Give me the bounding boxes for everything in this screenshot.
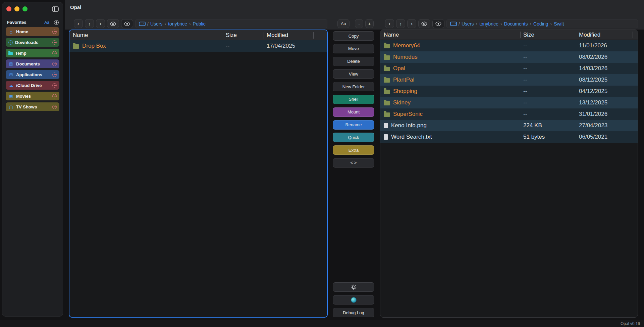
sidebar-item[interactable]: iCloud Drive [6, 81, 59, 90]
left-preview-toggle-button[interactable] [121, 19, 133, 28]
remove-favorite-icon[interactable] [52, 105, 57, 109]
increase-font-button[interactable]: + [365, 19, 374, 28]
remove-favorite-icon[interactable] [52, 40, 57, 45]
sidebar-item[interactable]: Temp [6, 49, 59, 57]
file-name: Shopping [393, 88, 417, 95]
sidebar-item-icon [8, 52, 13, 55]
command-button[interactable]: Copy [333, 31, 374, 41]
file-name: Word Search.txt [391, 134, 432, 140]
file-row[interactable]: Sidney -- 13/12/2025 [380, 97, 638, 108]
sidebar-item-label: Documents [16, 61, 50, 66]
font-size-button[interactable]: Aa [337, 19, 350, 28]
command-button[interactable]: Delete [333, 57, 374, 66]
sidebar-item[interactable]: Downloads [6, 38, 59, 47]
chevron-right-icon [411, 21, 413, 27]
decrease-font-button[interactable]: - [355, 19, 363, 28]
remove-favorite-icon[interactable] [52, 94, 57, 98]
sidebar-toggle-button[interactable] [52, 6, 59, 12]
right-forward-button[interactable] [407, 19, 416, 28]
file-row[interactable]: Word Search.txt 51 bytes 06/05/2021 [380, 131, 638, 143]
file-name-cell: Memory64 [380, 42, 521, 49]
left-forward-button[interactable] [96, 19, 105, 28]
close-button[interactable] [6, 6, 11, 11]
command-button[interactable]: View [333, 69, 374, 79]
breadcrumb-link[interactable]: tonybrice [479, 21, 498, 27]
app-version: Opal v0.16 [621, 321, 640, 326]
file-name-cell: PlantPal [380, 77, 521, 83]
command-button[interactable]: Shell [333, 95, 374, 104]
sidebar-item-icon [8, 83, 14, 88]
file-row[interactable]: Memory64 -- 11/01/2026 [380, 40, 638, 51]
sidebar-item[interactable]: Home [6, 27, 59, 36]
file-row[interactable]: Numodus -- 08/02/2026 [380, 51, 638, 63]
remove-favorite-icon[interactable] [52, 30, 57, 34]
remove-favorite-icon[interactable] [52, 83, 57, 88]
command-button[interactable]: Move [333, 44, 374, 53]
sidebar-font-size-button[interactable]: Aa [44, 20, 49, 25]
remove-favorite-icon[interactable] [52, 62, 57, 66]
breadcrumb-link[interactable]: Swift [554, 21, 564, 27]
left-up-button[interactable] [85, 19, 94, 28]
remove-favorite-icon[interactable] [52, 73, 57, 77]
disk-icon[interactable] [139, 21, 146, 26]
file-row[interactable]: SuperSonic -- 31/01/2026 [380, 108, 638, 120]
sidebar-item-icon [8, 29, 14, 35]
breadcrumb-link[interactable]: Users [150, 21, 163, 27]
file-row[interactable]: Opal -- 14/03/2026 [380, 63, 638, 74]
column-header-size[interactable]: Size [223, 32, 264, 39]
file-size: 224 KB [521, 122, 576, 129]
breadcrumb-link[interactable]: tonybrice [168, 21, 187, 27]
status-bar: Opal v0.16 [0, 320, 644, 327]
sidebar-item[interactable]: Documents [6, 59, 59, 68]
favorites-list: Home Downloads Temp Documents [6, 27, 59, 113]
sidebar-item-icon [8, 40, 13, 45]
file-row[interactable]: Shopping -- 04/12/2025 [380, 86, 638, 97]
column-header-size[interactable]: Size [521, 32, 576, 38]
column-header-name[interactable]: Name [380, 32, 521, 38]
left-file-list: Drop Box -- 17/04/2025 [69, 40, 327, 52]
command-button[interactable]: New Folder [333, 82, 374, 91]
settings-button[interactable] [333, 282, 374, 292]
favorites-header: Favorites Aa [7, 20, 59, 25]
breadcrumb-link[interactable]: Documents [504, 21, 528, 27]
disk-icon[interactable] [450, 21, 457, 26]
minimize-button[interactable] [14, 6, 19, 11]
right-file-pane: Name Size Modified Memory64 -- 11/01/202… [380, 30, 638, 318]
sidebar-item-icon [8, 104, 14, 109]
command-button[interactable]: Mount [333, 107, 374, 117]
file-size: -- [521, 88, 576, 95]
command-button[interactable]: Quick [333, 133, 374, 142]
breadcrumb-root[interactable]: / [147, 21, 149, 27]
chevron-separator-icon [476, 21, 477, 27]
remove-favorite-icon[interactable] [52, 51, 57, 55]
file-name-cell: Shopping [380, 88, 521, 95]
sidebar-item[interactable]: Applications [6, 70, 59, 79]
left-show-hidden-button[interactable] [107, 19, 119, 28]
right-preview-toggle-button[interactable] [432, 19, 444, 28]
right-back-button[interactable] [385, 19, 394, 28]
app-icon-button[interactable] [333, 295, 374, 305]
right-show-hidden-button[interactable] [418, 19, 430, 28]
file-row[interactable]: PlantPal -- 08/12/2025 [380, 74, 638, 86]
column-header-modified[interactable]: Modified [264, 32, 314, 39]
column-header-modified[interactable]: Modified [576, 32, 633, 38]
sidebar-item[interactable]: Movies [6, 92, 59, 100]
breadcrumb-link[interactable]: Users [462, 21, 474, 27]
zoom-button[interactable] [22, 6, 28, 11]
command-button[interactable]: Extra [333, 145, 374, 155]
breadcrumb-link[interactable]: Public [193, 21, 206, 27]
file-row[interactable]: Keno Info.png 224 KB 27/04/2023 [380, 120, 638, 131]
sidebar-item-icon [8, 61, 14, 66]
sidebar-item-label: Temp [15, 51, 50, 56]
left-back-button[interactable] [74, 19, 83, 28]
sidebar-item[interactable]: TV Shows [6, 102, 59, 111]
breadcrumb-root[interactable]: / [459, 21, 460, 27]
column-header-name[interactable]: Name [69, 32, 223, 39]
file-row[interactable]: Drop Box -- 17/04/2025 [69, 40, 327, 52]
breadcrumb-link[interactable]: Coding [533, 21, 548, 27]
debug-log-button[interactable]: Debug Log [333, 308, 374, 317]
right-up-button[interactable] [396, 19, 405, 28]
command-button[interactable]: Rename [333, 120, 374, 130]
add-favorite-button[interactable] [54, 20, 59, 25]
command-button[interactable]: < > [333, 158, 374, 168]
